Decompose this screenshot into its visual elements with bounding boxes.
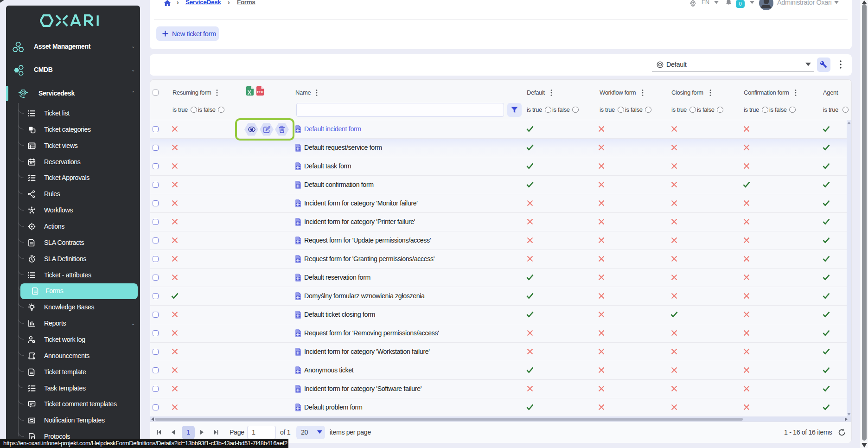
svg-text:PDF: PDF: [257, 90, 264, 94]
